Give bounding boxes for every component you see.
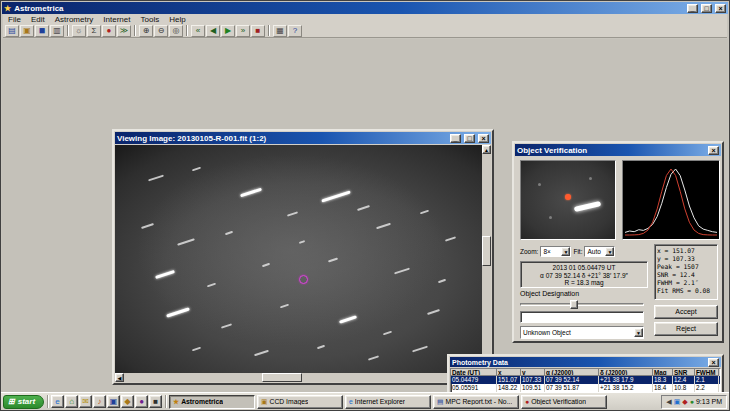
blink-icon[interactable]: ≫	[117, 25, 131, 37]
chevron-down-icon[interactable]: ▼	[634, 328, 643, 337]
table-header-row: Date (UT)xyα (J2000)δ (J2000)MagSNRFWHM	[451, 369, 720, 376]
app-titlebar[interactable]: ★ Astrometrica _ □ ×	[2, 2, 728, 14]
internet-explorer-icon[interactable]: e	[51, 395, 64, 408]
updates-icon[interactable]: ●	[690, 395, 694, 408]
chevron-down-icon[interactable]: ▼	[605, 247, 614, 256]
task-button[interactable]: ●Object Verification	[521, 395, 607, 409]
stop-blink-icon[interactable]: ■	[251, 25, 265, 37]
folder-icon[interactable]: ◆	[121, 395, 134, 408]
report-icon[interactable]: ▦	[273, 25, 287, 37]
known-object-overlay-icon[interactable]: ●	[102, 25, 116, 37]
dialog-titlebar[interactable]: Object Verification ×	[515, 144, 721, 156]
open-file-icon[interactable]: ▣	[20, 25, 34, 37]
zoom-out-icon[interactable]: ⊖	[154, 25, 168, 37]
slider-thumb[interactable]	[570, 300, 578, 309]
designation-label: Object Designation	[520, 290, 579, 297]
task-button[interactable]: eInternet Explorer	[345, 395, 431, 409]
prev-image-icon[interactable]: ◀	[206, 25, 220, 37]
column-header[interactable]: FWHM	[695, 369, 719, 376]
network-icon[interactable]: ▣	[674, 395, 681, 408]
start-button[interactable]: ⊞ start	[3, 395, 44, 409]
image-maximize-button[interactable]: □	[464, 134, 475, 143]
table-titlebar[interactable]: Photometry Data ×	[450, 357, 721, 367]
menu-internet[interactable]: Internet	[98, 15, 135, 24]
settings-icon[interactable]: ☼	[72, 25, 86, 37]
horizontal-scrollbar[interactable]: ◀ ▶	[115, 373, 482, 382]
column-header[interactable]: Mag	[653, 369, 673, 376]
column-header[interactable]: y	[521, 369, 545, 376]
menu-astrometry[interactable]: Astrometry	[50, 15, 99, 24]
close-button[interactable]: ×	[715, 4, 726, 13]
task-button[interactable]: ▣CCD Images	[257, 395, 343, 409]
column-header[interactable]: SNR	[673, 369, 695, 376]
fit-label: Fit:	[573, 248, 582, 255]
dialog-close-button[interactable]: ×	[708, 146, 719, 155]
stat-line: FWHM = 2.1″	[657, 279, 715, 287]
print-icon[interactable]: ▥	[50, 25, 64, 37]
help-icon[interactable]: ?	[288, 25, 302, 37]
play-blink-icon[interactable]: ▶	[221, 25, 235, 37]
taskbar-divider	[165, 395, 166, 408]
table-cell: 05.05591	[451, 384, 497, 392]
show-desktop-icon[interactable]: ⌂	[65, 395, 78, 408]
menu-tools[interactable]: Tools	[136, 15, 165, 24]
column-header[interactable]: Date (UT)	[451, 369, 497, 376]
table-cell: 18.4	[653, 384, 673, 392]
task-button[interactable]: ★Astrometrica	[169, 395, 255, 409]
object-type-select[interactable]: Unknown Object ▼	[520, 326, 644, 339]
mail-icon[interactable]: ✉	[79, 395, 92, 408]
save-file-icon[interactable]: ◼	[35, 25, 49, 37]
table-cell: 2.1	[695, 376, 719, 384]
chevron-down-icon[interactable]: ▼	[561, 247, 570, 256]
minimize-button[interactable]: _	[687, 4, 698, 13]
table-cell: 12.4	[673, 376, 695, 384]
new-file-icon[interactable]: ▤	[5, 25, 19, 37]
taskbar: ⊞ start e⌂✉♪▣◆●■ ★Astrometrica▣CCD Image…	[1, 392, 729, 410]
dialog-title: Object Verification	[517, 146, 587, 155]
menu-file[interactable]: File	[3, 15, 26, 24]
star-trail	[376, 223, 391, 230]
column-header[interactable]: α (J2000)	[545, 369, 599, 376]
next-image-icon[interactable]: »	[236, 25, 250, 37]
zoom-select[interactable]: 8× ▼	[540, 246, 571, 257]
image-window-titlebar[interactable]: Viewing Image: 20130105-R-001.fit (1:2) …	[115, 132, 491, 144]
column-header[interactable]: x	[497, 369, 521, 376]
reject-button[interactable]: Reject	[654, 322, 718, 336]
vertical-scrollbar[interactable]: ▲ ▼	[482, 145, 491, 373]
image-minimize-button[interactable]: _	[450, 134, 461, 143]
scroll-up-icon[interactable]: ▲	[482, 145, 491, 154]
hscroll-thumb[interactable]	[262, 373, 302, 382]
detected-object-marker	[565, 194, 571, 200]
menu-help[interactable]: Help	[164, 15, 190, 24]
table-row[interactable]: 05.04479151.07107.3307 39 52.14+21 38 17…	[451, 376, 720, 384]
scroll-left-icon[interactable]: ◀	[115, 373, 124, 382]
fit-select[interactable]: Auto ▼	[584, 246, 615, 257]
first-image-icon[interactable]: «	[191, 25, 205, 37]
image-viewer-icon[interactable]: ●	[135, 395, 148, 408]
table-row[interactable]: 05.05591148.22109.5107 39 51.87+21 38 15…	[451, 384, 720, 392]
starfield-image[interactable]	[115, 145, 482, 373]
star-trail	[148, 174, 164, 181]
antivirus-icon[interactable]: ◆	[682, 395, 687, 408]
maximize-button[interactable]: □	[701, 4, 712, 13]
column-header[interactable]: δ (J2000)	[599, 369, 653, 376]
table-close-button[interactable]: ×	[708, 358, 719, 367]
zoom-in-icon[interactable]: ⊕	[139, 25, 153, 37]
task-button[interactable]: ▤MPC Report.txt - No...	[433, 395, 519, 409]
image-close-button[interactable]: ×	[478, 134, 489, 143]
star-trail	[298, 240, 304, 244]
vscroll-thumb[interactable]	[482, 236, 491, 266]
object-zoom-image[interactable]	[520, 160, 616, 240]
threshold-slider[interactable]	[520, 300, 644, 309]
terminal-icon[interactable]: ■	[149, 395, 162, 408]
my-computer-icon[interactable]: ▣	[107, 395, 120, 408]
designation-input[interactable]	[520, 311, 644, 323]
media-player-icon[interactable]: ♪	[93, 395, 106, 408]
magnifier-icon[interactable]: ◎	[169, 25, 183, 37]
accept-button[interactable]: Accept	[654, 305, 718, 319]
volume-icon[interactable]: ◀	[666, 395, 671, 408]
data-reduction-icon[interactable]: Σ	[87, 25, 101, 37]
menu-edit[interactable]: Edit	[26, 15, 50, 24]
star-trail	[420, 210, 429, 215]
workspace: Viewing Image: 20130105-R-001.fit (1:2) …	[2, 39, 728, 392]
